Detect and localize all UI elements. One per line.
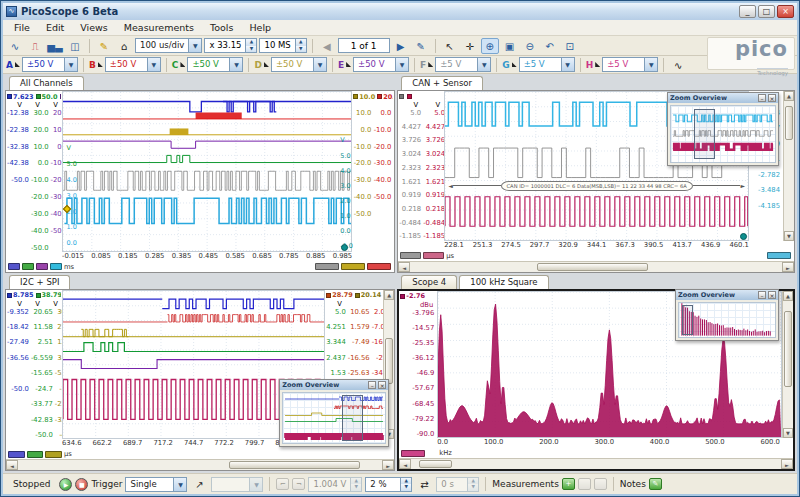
scroll-right-button[interactable]: ►	[781, 459, 793, 469]
scrollbar-thumb[interactable]	[785, 106, 793, 140]
cursor-tool-button[interactable]: ↖	[441, 38, 459, 54]
channel-g-range-select[interactable]: ±5 V▼	[519, 57, 575, 72]
horizontal-scrollbar[interactable]: ◄ ►	[399, 458, 793, 469]
trigger-marker-button[interactable]: ↗	[190, 476, 208, 492]
tab-scope-4[interactable]: Scope 4	[401, 275, 457, 289]
spin-down-icon[interactable]: ▼	[296, 46, 306, 53]
add-note-button[interactable]: ✎	[649, 478, 662, 490]
add-measurement-button[interactable]: +	[562, 478, 575, 490]
scrollbar-thumb[interactable]	[385, 338, 393, 383]
waveform-view-button[interactable]: ⎍	[26, 38, 44, 54]
chevron-down-icon[interactable]: ▼	[188, 39, 201, 52]
scrollbar-thumb[interactable]	[419, 460, 452, 468]
zoom-selection-rect[interactable]	[694, 109, 715, 158]
scroll-up-button[interactable]: ▲	[783, 291, 793, 301]
chevron-down-icon[interactable]: ▼	[173, 478, 186, 491]
close-button[interactable]: ×	[378, 381, 386, 389]
buffer-edit-button[interactable]: ✎	[412, 38, 430, 54]
chevron-down-icon[interactable]: ▼	[147, 58, 160, 71]
chevron-down-icon[interactable]: ▼	[229, 58, 242, 71]
hand-tool-button[interactable]: ✛	[461, 38, 479, 54]
minimize-button[interactable]: –	[758, 94, 766, 102]
horizontal-scrollbar[interactable]: ◄ ►	[398, 261, 794, 272]
minimize-button[interactable]: –	[368, 381, 376, 389]
awg-button[interactable]: ∿	[669, 57, 687, 73]
vertical-scrollbar[interactable]: ▲ ▼	[782, 291, 793, 439]
menu-item-file[interactable]: File	[7, 21, 37, 34]
chevron-down-icon[interactable]: ▼	[313, 58, 326, 71]
maximize-button[interactable]: □	[758, 5, 775, 18]
spectrum-view-button[interactable]: ▅▃	[46, 38, 64, 54]
menu-item-views[interactable]: Views	[73, 21, 115, 34]
scroll-down-button[interactable]: ▼	[784, 231, 794, 241]
samples-spinner[interactable]: 10 MS ▲▼	[259, 38, 306, 53]
channel-a-range-select[interactable]: ±50 V▼	[22, 57, 78, 72]
persistence-view-button[interactable]: ◫	[66, 38, 84, 54]
chevron-down-icon[interactable]: ▼	[395, 58, 408, 71]
channel-c-range-select[interactable]: ±50 V▼	[187, 57, 243, 72]
scroll-left-button[interactable]: ◄	[398, 262, 410, 272]
scroll-left-button[interactable]: ◄	[399, 459, 411, 469]
zoom-overview-window-i2c-spi[interactable]: Zoom Overview–×	[279, 379, 389, 447]
scrollbar-thumb[interactable]	[229, 461, 360, 469]
tab-can-sensor[interactable]: CAN + Sensor	[401, 76, 483, 90]
menu-item-tools[interactable]: Tools	[203, 21, 240, 34]
scrollbar-thumb[interactable]	[537, 263, 649, 271]
next-buffer-button[interactable]: ▶	[392, 38, 410, 54]
probe-setup-button[interactable]: ✎	[95, 38, 113, 54]
channel-f-range-select[interactable]: ±5 V▼	[435, 57, 491, 72]
channel-h-range-select[interactable]: ±5 V▼	[602, 57, 658, 72]
close-button[interactable]: ×	[768, 291, 776, 299]
scope-view-button[interactable]: ∿	[6, 38, 24, 54]
channel-b-range-select[interactable]: ±50 V▼	[105, 57, 161, 72]
scrollbar-thumb[interactable]	[784, 311, 792, 388]
trigger-mode-select[interactable]: Single ▼	[125, 477, 187, 492]
scroll-left-button[interactable]: ◄	[6, 460, 18, 470]
close-button[interactable]: ×	[768, 94, 776, 102]
menu-item-help[interactable]: Help	[242, 21, 278, 34]
chevron-down-icon[interactable]: ▼	[477, 58, 490, 71]
tab-100khz-square[interactable]: 100 kHz Square	[459, 275, 548, 289]
scroll-right-button[interactable]: ►	[382, 460, 394, 470]
zoom-in-tool-button[interactable]: ⊕	[481, 38, 499, 54]
spin-down-icon[interactable]: ▼	[401, 484, 411, 491]
zoom-selection-rect[interactable]	[682, 305, 694, 336]
axis-handle-icon[interactable]	[740, 233, 747, 240]
scroll-right-button[interactable]: ►	[782, 262, 794, 272]
zoom-overview-window-can-sensor[interactable]: Zoom Overview–×	[667, 92, 779, 166]
swap-delay-button[interactable]: ⇄	[415, 476, 433, 492]
zoom-factor-spinner[interactable]: x 33.15 ▲▼	[204, 38, 257, 53]
timebase-select[interactable]: 100 us/div ▼	[135, 38, 202, 53]
chevron-down-icon[interactable]: ▼	[644, 58, 657, 71]
zoom-full-button[interactable]: ⊡	[561, 38, 579, 54]
tab-i2c-spi[interactable]: I2C + SPI	[9, 275, 70, 289]
start-button[interactable]: ▶	[59, 478, 72, 491]
plot-area-all-channels[interactable]: V5.04.03.02.01.00.0V5.04.03.02.01.00.0-1…	[62, 91, 352, 252]
close-button[interactable]: ×	[777, 5, 794, 18]
menu-item-edit[interactable]: Edit	[39, 21, 71, 34]
scroll-down-button[interactable]: ▼	[783, 428, 793, 438]
vertical-scrollbar[interactable]: ▲ ▼	[783, 91, 794, 241]
zoom-out-tool-button[interactable]: ⊖	[521, 38, 539, 54]
minimize-button[interactable]: –	[758, 291, 766, 299]
scroll-up-button[interactable]: ▲	[384, 290, 394, 300]
stop-button[interactable]: ■	[75, 478, 88, 491]
prev-buffer-button[interactable]: ◀	[318, 38, 336, 54]
horizontal-scrollbar[interactable]: ◄ ►	[6, 459, 394, 470]
pretrigger-spinner[interactable]: 2 % ▲▼	[365, 477, 412, 492]
window-zoom-tool-button[interactable]: ▣	[501, 38, 519, 54]
tab-all-channels[interactable]: All Channels	[9, 76, 84, 90]
undo-zoom-button[interactable]: ↶	[541, 38, 559, 54]
channel-e-range-select[interactable]: ±50 V▼	[353, 57, 409, 72]
spin-down-icon[interactable]: ▼	[246, 46, 256, 53]
axis-handle-icon[interactable]	[341, 244, 348, 251]
channel-d-range-select[interactable]: ±50 V▼	[271, 57, 327, 72]
minimize-button[interactable]: _	[739, 5, 756, 18]
home-button[interactable]: ⌂	[115, 38, 133, 54]
zoom-overview-window-spectrum[interactable]: Zoom Overview–×	[675, 289, 779, 341]
menu-item-measurements[interactable]: Measurements	[117, 21, 201, 34]
zoom-selection-rect[interactable]	[342, 395, 362, 441]
chevron-down-icon[interactable]: ▼	[64, 58, 77, 71]
scroll-up-button[interactable]: ▲	[784, 91, 794, 101]
chevron-down-icon[interactable]: ▼	[561, 58, 574, 71]
